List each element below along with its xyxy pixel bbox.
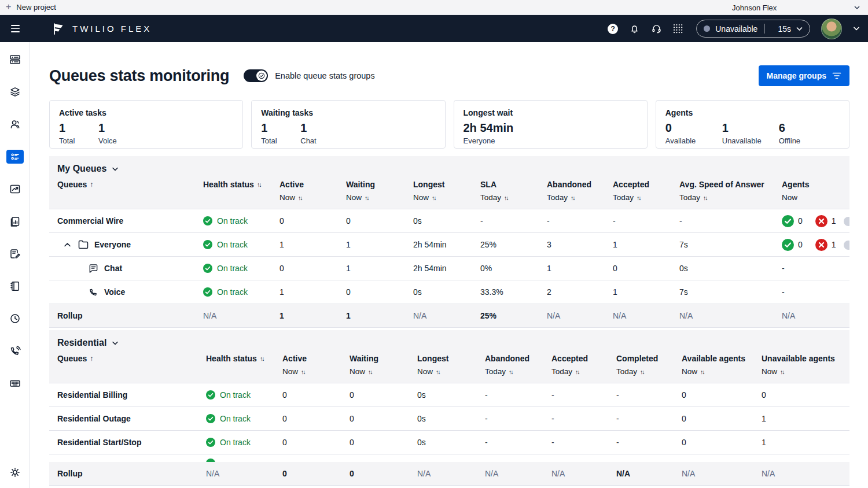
sidebar-item-keyboard[interactable] [6,376,24,390]
sidebar-item-wallboard[interactable] [6,215,24,228]
column-header-abandoned[interactable]: AbandonedToday↑↓ [547,180,613,202]
column-header-accepted[interactable]: AcceptedToday↑↓ [551,354,616,376]
queue-name-cell: Chat [57,264,203,273]
sort-icon[interactable]: ↑↓ [504,194,509,201]
stat-value: 1 [59,121,81,134]
headset-icon[interactable] [651,23,662,34]
rollup-row: Rollup N/A 0 0 N/A N/A N/A N/A N/A N/A [49,462,849,486]
column-header-abandoned[interactable]: AbandonedToday↑↓ [485,354,551,376]
section-chevron-down-icon[interactable] [112,167,119,172]
queue-groups-toggle[interactable] [244,69,268,82]
sort-icon[interactable]: ↑↓ [301,368,306,375]
sidebar-item-settings[interactable] [6,465,24,479]
abandoned-cell: 1 [547,264,613,273]
column-header-active[interactable]: ActiveNow↑↓ [282,354,350,376]
sort-icon[interactable]: ↑↓ [432,194,437,201]
apps-grid-icon[interactable] [673,24,683,34]
accepted-cell: - [613,216,679,225]
column-header-agents[interactable]: AgentsNow [782,180,849,202]
sort-icon[interactable]: ↑↓ [700,368,705,375]
sort-icon[interactable]: ↑↓ [575,368,580,375]
sidebar-item-teams[interactable] [6,117,24,131]
col-label: Queues [57,354,87,363]
avatar[interactable] [821,19,842,39]
sort-icon[interactable]: ↑↓ [637,194,642,201]
completed-cell: - [616,390,682,400]
sort-icon[interactable]: ↑↓ [509,368,514,375]
column-header-longest[interactable]: LongestNow↑↓ [417,354,485,376]
sort-asc-icon[interactable]: ↑ [90,354,93,363]
column-header-longest[interactable]: LongestNow↑↓ [413,180,480,202]
sort-icon[interactable]: ↑↓ [436,368,441,375]
column-header-accepted[interactable]: AcceptedToday↑↓ [613,180,679,202]
health-label: On track [217,264,248,273]
col-label: Completed [616,354,658,363]
rollup-row: Rollup N/A 1 1 N/A 25% N/A N/A N/A N/A [49,304,849,328]
sort-icon[interactable]: ↑↓ [780,368,785,375]
rollup-label-cell: Rollup [57,311,203,320]
accepted-cell: - [551,414,616,423]
sort-icon[interactable]: ↑↓ [298,194,303,201]
sidebar-item-agent-desktop[interactable] [6,53,24,66]
sort-icon[interactable]: ↑↓ [260,355,265,362]
status-timer: 15s [778,24,791,34]
assessments-icon [9,248,21,260]
accepted-cell: N/A [551,469,616,478]
sort-icon[interactable]: ↑↓ [368,368,373,375]
column-header-health-status[interactable]: Health status↑↓ [206,354,282,363]
new-project-label: New project [16,3,56,12]
column-header-active[interactable]: ActiveNow↑↓ [279,180,346,202]
sort-icon[interactable]: ↑↓ [571,194,576,201]
col-sub: Now [417,367,433,376]
insights-icon [9,183,21,195]
sidebar-item-dialer[interactable] [6,344,24,358]
col-sub: Now [782,193,797,202]
help-icon[interactable]: ? [608,24,618,34]
sort-icon[interactable]: ↑↓ [365,194,370,201]
column-header-sla[interactable]: SLAToday↑↓ [480,180,547,202]
col-label: Avg. Speed of Answer [679,180,764,189]
section-chevron-down-icon[interactable] [112,341,119,346]
sidebar-item-guide[interactable] [6,279,24,293]
profile-chevron-down-icon[interactable] [853,26,860,31]
account-switcher[interactable]: Johnson Flex [732,0,777,15]
col-label: Accepted [551,354,588,363]
column-header-health-status[interactable]: Health status↑↓ [203,180,279,189]
completed-cell: - [616,438,682,447]
sort-icon[interactable]: ↑↓ [257,181,262,188]
manage-groups-button[interactable]: Manage groups [759,65,849,86]
sidebar-item-assessments[interactable] [6,247,24,261]
col-sub: Today [616,367,637,376]
column-header-queues[interactable]: Queues↑ [57,180,203,189]
column-header-queues[interactable]: Queues↑ [57,354,206,363]
avg-speed-cell: 0s [679,264,782,273]
abandoned-cell: N/A [485,469,551,478]
topbar-chevron-down-icon[interactable] [854,5,860,10]
sort-icon[interactable]: ↑↓ [703,194,708,201]
column-header-unavailable-agents[interactable]: Unavailable agentsNow↑↓ [762,354,849,376]
column-header-avg-speed[interactable]: Avg. Speed of AnswerToday↑↓ [679,180,782,202]
agent-desktop-icon [9,54,21,65]
sidebar-item-history[interactable] [6,312,24,326]
completed-cell: - [616,414,682,423]
column-header-available-agents[interactable]: Available agentsNow↑↓ [682,354,762,376]
stat-label: Offline [779,136,827,145]
sidebar-item-queues-stats[interactable] [6,150,24,164]
column-header-completed[interactable]: CompletedToday↑↓ [616,354,682,376]
sidebar-item-task-stack[interactable] [6,85,24,99]
sort-asc-icon[interactable]: ↑ [90,180,93,188]
sort-icon[interactable]: ↑↓ [640,368,645,375]
availability-select[interactable]: Unavailable 15s [696,20,810,38]
avg-speed-cell: N/A [679,311,782,320]
unavailable-agents-cell: N/A [762,469,849,478]
menu-icon[interactable] [0,25,30,32]
longest-cell: 2h 54min [413,240,480,249]
col-label: Waiting [350,354,378,363]
sidebar-item-insights[interactable] [6,182,24,196]
collapse-chevron-up-icon[interactable] [64,242,71,247]
new-project-button[interactable]: + New project [6,3,56,12]
bell-icon[interactable] [629,23,640,34]
queue-name: Voice [104,287,125,297]
column-header-waiting[interactable]: WaitingNow↑↓ [346,180,413,202]
column-header-waiting[interactable]: WaitingNow↑↓ [350,354,417,376]
